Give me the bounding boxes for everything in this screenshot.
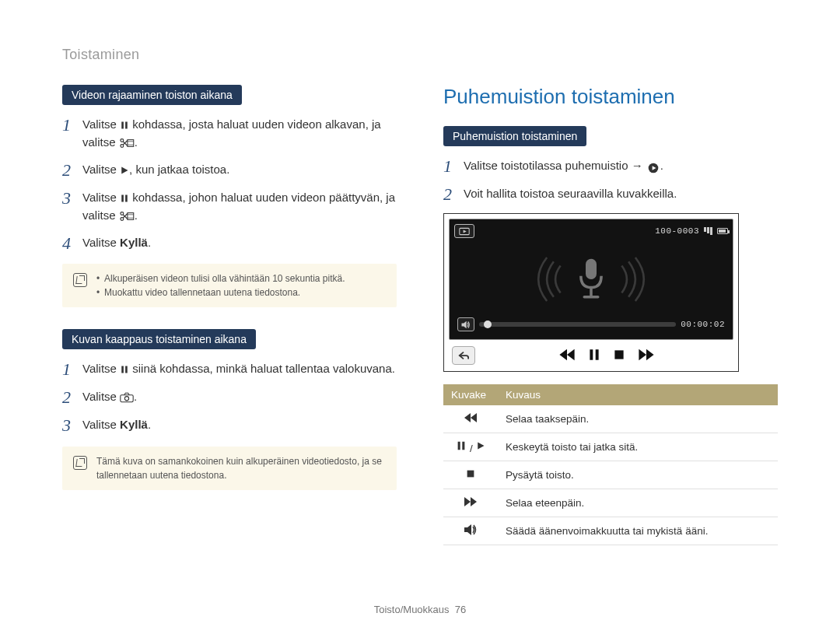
step-number: 1 bbox=[443, 157, 456, 176]
progress-handle[interactable] bbox=[484, 321, 492, 328]
table-cell-description: Selaa taaksepäin. bbox=[498, 405, 778, 433]
back-button[interactable] bbox=[452, 346, 475, 365]
note-text: Tämä kuva on samankokoinen kuin alkuperä… bbox=[96, 454, 386, 482]
note-box: Alkuperäisen videon tulisi olla vähintää… bbox=[62, 264, 397, 307]
step-text: Valitse Kyllä. bbox=[82, 416, 397, 433]
note-item: Muokattu video tallennetaan uutena tiedo… bbox=[96, 285, 345, 299]
table-cell-description: Säädä äänenvoimakkuutta tai mykistä ääni… bbox=[498, 517, 778, 545]
volume-button[interactable] bbox=[457, 317, 474, 331]
table-row: Pysäytä toisto. bbox=[443, 461, 778, 489]
step-number: 2 bbox=[62, 161, 75, 180]
note-icon bbox=[73, 273, 87, 287]
camera-icon bbox=[120, 389, 134, 406]
table-header-icon: Kuvake bbox=[443, 384, 498, 405]
table-header-description: Kuvaus bbox=[498, 384, 778, 405]
table-cell-description: Selaa eteenpäin. bbox=[498, 489, 778, 517]
table-row: Selaa eteenpäin. bbox=[443, 489, 778, 517]
left-column: Videon rajaaminen toiston aikana 1 Valit… bbox=[62, 85, 397, 545]
step-text: Valitse Kyllä. bbox=[82, 234, 397, 251]
play-circle-icon bbox=[646, 158, 660, 175]
page-footer: Toisto/Muokkaus 76 bbox=[0, 604, 840, 615]
trim-video-steps: 1 Valitse kohdassa, josta haluat uuden v… bbox=[62, 116, 397, 253]
playback-mode-icon[interactable] bbox=[454, 224, 474, 238]
table-cell-description: Keskeytä toisto tai jatka sitä. bbox=[498, 433, 778, 461]
step-number: 2 bbox=[443, 185, 456, 204]
microphone-graphic bbox=[454, 238, 728, 317]
step-text: Valitse toistotilassa puhemuistio → . bbox=[464, 157, 778, 175]
note-icon bbox=[73, 456, 87, 470]
forward-button[interactable] bbox=[637, 347, 656, 365]
footer-section: Toisto/Muokkaus bbox=[374, 604, 450, 615]
section-badge-capture-image: Kuvan kaappaus toistaminen aikana bbox=[62, 329, 256, 349]
page-header: Toistaminen bbox=[62, 47, 778, 63]
stop-icon bbox=[443, 461, 498, 489]
table-row: Säädä äänenvoimakkuutta tai mykistä ääni… bbox=[443, 517, 778, 545]
step-number: 2 bbox=[62, 388, 75, 407]
note-box: Tämä kuva on samankokoinen kuin alkuperä… bbox=[62, 447, 397, 490]
elapsed-time: 00:00:02 bbox=[681, 320, 725, 329]
play-icon bbox=[120, 162, 129, 179]
step-number: 4 bbox=[62, 234, 75, 253]
step-text: Valitse , kun jatkaa toistoa. bbox=[82, 161, 397, 179]
capture-image-steps: 1 Valitse siinä kohdassa, minkä haluat t… bbox=[62, 360, 397, 436]
section-heading: Puhemuistion toistaminen bbox=[443, 85, 778, 109]
battery-icon bbox=[717, 228, 728, 234]
rewind-icon bbox=[443, 405, 498, 433]
status-bar: 100-0003 bbox=[655, 226, 728, 236]
step-text: Voit hallita toistoa seuraavilla kuvakke… bbox=[464, 185, 778, 202]
signal-icon bbox=[704, 227, 712, 235]
step-text: Valitse siinä kohdassa, minkä haluat tal… bbox=[82, 360, 397, 378]
step-text: Valitse . bbox=[82, 388, 397, 406]
voice-memo-steps: 1 Valitse toistotilassa puhemuistio → . … bbox=[443, 157, 778, 204]
trim-film-icon bbox=[119, 208, 135, 225]
page-number: 76 bbox=[455, 604, 466, 615]
player-screen: 100-0003 00:00:02 bbox=[449, 219, 733, 340]
right-column: Puhemuistion toistaminen Puhemuistion to… bbox=[443, 85, 778, 545]
step-text: Valitse kohdassa, josta haluat uuden vid… bbox=[82, 116, 397, 152]
icon-description-table: Kuvake Kuvaus Selaa taaksepäin. / Keskey… bbox=[443, 384, 778, 545]
trim-film-icon bbox=[119, 135, 135, 152]
pause-icon bbox=[120, 117, 129, 134]
pause-button[interactable] bbox=[587, 347, 601, 365]
section-badge-voice-memo: Puhemuistion toistaminen bbox=[443, 126, 586, 146]
step-number: 1 bbox=[62, 360, 75, 379]
voice-memo-player: 100-0003 00:00:02 bbox=[443, 213, 739, 372]
section-badge-trim-video: Videon rajaaminen toiston aikana bbox=[62, 85, 242, 105]
table-row: Selaa taaksepäin. bbox=[443, 405, 778, 433]
pause-icon bbox=[120, 361, 129, 378]
file-counter: 100-0003 bbox=[655, 226, 699, 236]
table-row: / Keskeytä toisto tai jatka sitä. bbox=[443, 433, 778, 461]
speaker-icon bbox=[443, 517, 498, 545]
step-number: 3 bbox=[62, 416, 75, 435]
pause-icon bbox=[120, 190, 129, 207]
stop-button[interactable] bbox=[612, 347, 626, 365]
step-text: Valitse kohdassa, johon haluat uuden vid… bbox=[82, 189, 397, 225]
pause-play-icon: / bbox=[443, 433, 498, 461]
progress-bar[interactable] bbox=[479, 322, 676, 327]
rewind-button[interactable] bbox=[558, 347, 576, 365]
note-list: Alkuperäisen videon tulisi olla vähintää… bbox=[96, 271, 345, 299]
step-number: 1 bbox=[62, 116, 75, 135]
step-number: 3 bbox=[62, 189, 75, 208]
forward-icon bbox=[443, 489, 498, 517]
table-cell-description: Pysäytä toisto. bbox=[498, 461, 778, 489]
note-item: Alkuperäisen videon tulisi olla vähintää… bbox=[96, 271, 345, 285]
